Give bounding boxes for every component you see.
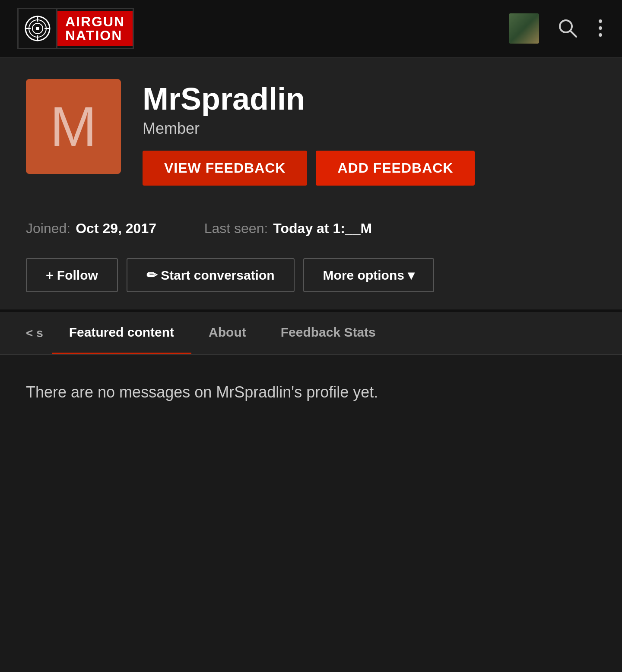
profile-section: M MrSpradlin Member VIEW FEEDBACK ADD FE… [0, 57, 622, 203]
action-buttons-row: + Follow ✏ Start conversation More optio… [0, 249, 622, 309]
empty-message: There are no messages on MrSpradlin's pr… [26, 381, 596, 404]
logo-line1: AIRGUN [65, 15, 125, 28]
profile-header: M MrSpradlin Member VIEW FEEDBACK ADD FE… [26, 79, 596, 186]
tab-about[interactable]: About [191, 312, 263, 354]
profile-avatar: M [26, 79, 121, 174]
header: AIRGUN NATION [0, 0, 622, 57]
add-feedback-button[interactable]: ADD FEEDBACK [316, 151, 475, 186]
joined-value: Oct 29, 2017 [76, 221, 156, 237]
last-seen-label: Last seen: [204, 221, 268, 237]
svg-line-9 [570, 31, 576, 37]
logo-text: AIRGUN NATION [57, 11, 133, 46]
header-right [509, 13, 605, 44]
svg-point-12 [599, 33, 602, 37]
last-seen-value: Today at 1:__M [273, 221, 372, 237]
profile-buttons: VIEW FEEDBACK ADD FEEDBACK [143, 151, 596, 186]
search-button[interactable] [556, 17, 579, 41]
more-button[interactable] [596, 17, 605, 41]
profile-avatar-letter: M [50, 98, 97, 155]
profile-info: MrSpradlin Member VIEW FEEDBACK ADD FEED… [143, 79, 596, 186]
logo-icon [19, 9, 57, 48]
logo[interactable]: AIRGUN NATION [17, 8, 134, 49]
content-area: There are no messages on MrSpradlin's pr… [0, 355, 622, 430]
svg-point-10 [599, 19, 602, 23]
tab-featured-content[interactable]: Featured content [52, 312, 191, 354]
svg-point-3 [36, 27, 39, 30]
tab-feedback-stats[interactable]: Feedback Stats [263, 312, 393, 354]
tab-scroll-left[interactable]: < s [17, 313, 52, 353]
profile-role: Member [143, 120, 596, 138]
stats-separator [175, 221, 186, 237]
profile-username: MrSpradlin [143, 83, 596, 114]
tabs-bar: < s Featured content About Feedback Stat… [0, 312, 622, 355]
avatar[interactable] [509, 13, 539, 44]
svg-point-11 [599, 26, 602, 30]
logo-line2: NATION [65, 28, 125, 42]
view-feedback-button[interactable]: VIEW FEEDBACK [143, 151, 307, 186]
more-options-button[interactable]: More options ▾ [303, 258, 435, 292]
stats-bar: Joined: Oct 29, 2017 Last seen: Today at… [0, 203, 622, 249]
start-conversation-button[interactable]: ✏ Start conversation [127, 258, 295, 292]
follow-button[interactable]: + Follow [26, 258, 118, 292]
joined-label: Joined: [26, 221, 70, 237]
avatar-image [509, 13, 539, 44]
